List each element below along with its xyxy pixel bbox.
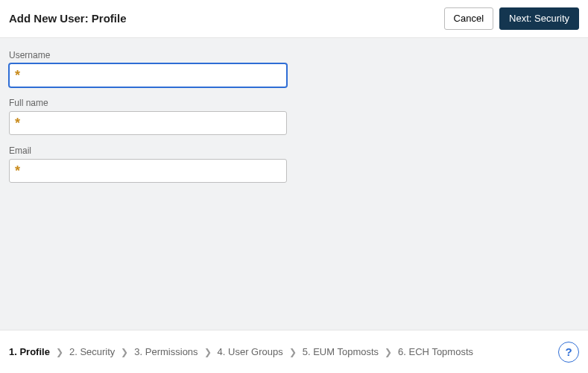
- email-field-group: Email *: [9, 145, 579, 183]
- step-security[interactable]: 2. Security: [69, 346, 115, 357]
- fullname-label: Full name: [9, 98, 579, 108]
- chevron-right-icon: ❯: [56, 347, 63, 357]
- cancel-button[interactable]: Cancel: [444, 7, 493, 30]
- username-input-wrap: *: [9, 63, 287, 87]
- help-button[interactable]: ?: [558, 342, 579, 363]
- dialog-header: Add New User: Profile Cancel Next: Secur…: [0, 0, 588, 38]
- step-user-groups[interactable]: 4. User Groups: [218, 346, 283, 357]
- fullname-input-wrap: *: [9, 111, 287, 135]
- fullname-input[interactable]: [9, 111, 287, 135]
- email-input[interactable]: [9, 159, 287, 183]
- wizard-steps: 1. Profile ❯ 2. Security ❯ 3. Permission…: [9, 346, 473, 357]
- chevron-right-icon: ❯: [289, 347, 297, 357]
- wizard-footer: 1. Profile ❯ 2. Security ❯ 3. Permission…: [0, 330, 588, 373]
- email-label: Email: [9, 145, 579, 156]
- chevron-right-icon: ❯: [204, 347, 212, 357]
- username-field-group: Username *: [9, 50, 579, 87]
- chevron-right-icon: ❯: [121, 347, 128, 357]
- email-input-wrap: *: [9, 159, 287, 183]
- form-content: Username * Full name * Email *: [0, 38, 588, 333]
- chevron-right-icon: ❯: [385, 347, 392, 357]
- step-ech-topmosts[interactable]: 6. ECH Topmosts: [398, 346, 473, 357]
- step-profile[interactable]: 1. Profile: [9, 346, 50, 357]
- step-eum-topmosts[interactable]: 5. EUM Topmosts: [303, 346, 379, 357]
- page-title: Add New User: Profile: [9, 12, 127, 25]
- step-permissions[interactable]: 3. Permissions: [134, 346, 197, 357]
- fullname-field-group: Full name *: [9, 98, 579, 135]
- username-label: Username: [9, 50, 579, 60]
- header-actions: Cancel Next: Security: [444, 7, 579, 30]
- username-input[interactable]: [9, 63, 287, 87]
- next-security-button[interactable]: Next: Security: [499, 7, 579, 30]
